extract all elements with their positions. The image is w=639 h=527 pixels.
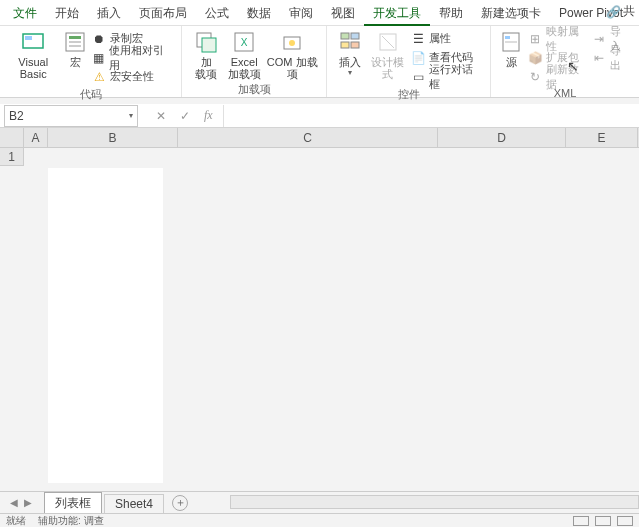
- svg-rect-19: [505, 41, 517, 43]
- svg-rect-14: [341, 42, 349, 48]
- insert-function-button[interactable]: fx: [204, 108, 213, 123]
- insert-control-button[interactable]: 插入 ▾: [333, 28, 366, 77]
- formula-input[interactable]: [223, 105, 639, 127]
- relative-ref-button[interactable]: ▦ 使用相对引用: [90, 49, 176, 66]
- excel-addins-icon: X: [232, 30, 256, 54]
- ribbon-tabs: 文件 开始 插入 页面布局 公式 数据 审阅 视图 开发工具 帮助 新建选项卡 …: [0, 0, 639, 26]
- design-mode-button[interactable]: 设计模式: [366, 28, 409, 80]
- view-pagelayout-button[interactable]: [595, 516, 611, 526]
- com-addins-button[interactable]: COM 加载项: [264, 28, 320, 80]
- col-header[interactable]: C: [178, 128, 438, 147]
- sheet-tab-1[interactable]: 列表框: [44, 492, 102, 516]
- svg-text:X: X: [241, 37, 248, 48]
- col-header[interactable]: B: [48, 128, 178, 147]
- row-header[interactable]: 1: [0, 148, 24, 166]
- name-box[interactable]: B2 ▾: [4, 105, 138, 127]
- properties-icon: ☰: [411, 31, 426, 46]
- refresh-icon: ↻: [528, 69, 543, 84]
- tab-home[interactable]: 开始: [46, 0, 88, 26]
- svg-rect-3: [69, 36, 81, 39]
- svg-rect-18: [505, 36, 510, 39]
- group-label-code: 代码: [80, 85, 102, 104]
- sheet-nav-next[interactable]: ▶: [24, 497, 32, 508]
- refresh-data-button[interactable]: ↻ 刷新数据: [526, 68, 590, 85]
- cells-area[interactable]: [24, 148, 639, 502]
- svg-rect-7: [202, 38, 216, 52]
- view-normal-button[interactable]: [573, 516, 589, 526]
- svg-rect-1: [25, 36, 32, 40]
- visual-basic-button[interactable]: Visual Basic: [6, 28, 60, 80]
- group-code: Visual Basic 宏 ⏺ 录制宏 ▦ 使用相对引用 ⚠: [0, 26, 182, 97]
- view-pagebreak-button[interactable]: [617, 516, 633, 526]
- security-icon: ⚠: [92, 69, 107, 84]
- chevron-down-icon[interactable]: ▾: [129, 111, 133, 120]
- tab-view[interactable]: 视图: [322, 0, 364, 26]
- status-ready: 就绪: [6, 514, 26, 528]
- map-properties-button[interactable]: ⊞ 映射属性: [526, 30, 590, 47]
- sheet-nav-prev[interactable]: ◀: [10, 497, 18, 508]
- tab-layout[interactable]: 页面布局: [130, 0, 196, 26]
- svg-rect-13: [351, 33, 359, 39]
- xml-source-icon: [499, 30, 523, 54]
- col-header[interactable]: E: [566, 128, 638, 147]
- ribbon: Visual Basic 宏 ⏺ 录制宏 ▦ 使用相对引用 ⚠: [0, 26, 639, 98]
- insert-control-icon: [338, 30, 362, 54]
- tab-data[interactable]: 数据: [238, 0, 280, 26]
- map-properties-icon: ⊞: [528, 31, 543, 46]
- properties-button[interactable]: ☰ 属性: [409, 30, 484, 47]
- horizontal-scrollbar[interactable]: [230, 491, 639, 513]
- group-controls: 插入 ▾ 设计模式 ☰ 属性 📄 查看代码 ▭: [327, 26, 491, 97]
- enter-formula-button[interactable]: ✓: [180, 109, 190, 123]
- add-sheet-button[interactable]: ＋: [172, 495, 188, 511]
- column-headers: A B C D E: [24, 128, 639, 148]
- svg-rect-5: [69, 45, 81, 47]
- status-accessibility: 辅助功能: 调查: [38, 514, 104, 528]
- xml-export-button[interactable]: ⇤ 导出: [590, 49, 633, 66]
- group-label-addins: 加载项: [238, 80, 271, 99]
- xml-source-button[interactable]: 源: [497, 28, 526, 68]
- col-header[interactable]: D: [438, 128, 566, 147]
- record-icon: ⏺: [92, 31, 107, 46]
- group-label-controls: 控件: [398, 85, 420, 104]
- chevron-down-icon: ▾: [348, 68, 352, 77]
- view-code-icon: 📄: [411, 50, 426, 65]
- tab-developer[interactable]: 开发工具: [364, 0, 430, 26]
- svg-rect-15: [351, 42, 359, 48]
- status-bar: 就绪 辅助功能: 调查: [0, 513, 639, 527]
- import-icon: ⇥: [592, 31, 607, 46]
- macros-button[interactable]: 宏: [60, 28, 89, 68]
- tab-newtab[interactable]: 新建选项卡: [472, 0, 550, 26]
- select-all-corner[interactable]: [0, 128, 24, 148]
- tab-file[interactable]: 文件: [4, 0, 46, 26]
- col-header[interactable]: A: [24, 128, 48, 147]
- sheet-tab-2[interactable]: Sheet4: [104, 494, 164, 513]
- formula-bar: B2 ▾ ✕ ✓ fx: [0, 104, 639, 128]
- white-object[interactable]: [48, 168, 163, 483]
- addins-button[interactable]: 加载项: [188, 28, 224, 80]
- design-mode-icon: [376, 30, 400, 54]
- cancel-formula-button[interactable]: ✕: [156, 109, 166, 123]
- group-xml: 源 ⊞ 映射属性 📦 扩展包 ↻ 刷新数据 ⇥ 导入: [491, 26, 639, 97]
- name-box-value: B2: [9, 109, 24, 123]
- export-icon: ⇤: [592, 50, 607, 65]
- tab-insert[interactable]: 插入: [88, 0, 130, 26]
- svg-point-11: [289, 40, 295, 46]
- share-label: 共: [623, 3, 635, 20]
- share-icon: 🔗: [606, 5, 621, 19]
- com-addins-icon: [280, 30, 304, 54]
- visual-basic-icon: [21, 30, 45, 54]
- svg-rect-4: [69, 41, 81, 43]
- tab-help[interactable]: 帮助: [430, 0, 472, 26]
- svg-rect-12: [341, 33, 349, 39]
- run-dialog-icon: ▭: [411, 69, 426, 84]
- run-dialog-button[interactable]: ▭ 运行对话框: [409, 68, 484, 85]
- group-addins: 加载项 X Excel加载项 COM 加载项 加载项: [182, 26, 327, 97]
- tab-review[interactable]: 审阅: [280, 0, 322, 26]
- share-button[interactable]: 🔗 共: [606, 3, 635, 20]
- addins-icon: [194, 30, 218, 54]
- macro-security-button[interactable]: ⚠ 宏安全性: [90, 68, 176, 85]
- excel-addins-button[interactable]: X Excel加载项: [224, 28, 264, 80]
- spreadsheet-grid[interactable]: A B C D E 1: [0, 128, 639, 502]
- macros-icon: [63, 30, 87, 54]
- tab-formulas[interactable]: 公式: [196, 0, 238, 26]
